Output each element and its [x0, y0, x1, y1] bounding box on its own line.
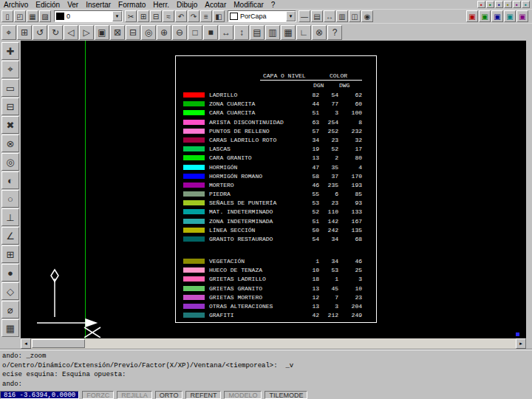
toolbar-button[interactable]: ■ — [203, 25, 218, 40]
menu-ver[interactable]: Ver — [64, 1, 82, 9]
blue-tool-icon: ▣ — [494, 13, 500, 21]
scroll-left-icon[interactable]: ◄ — [21, 338, 31, 349]
toolbar-button[interactable]: ▤ — [250, 25, 265, 40]
color-dropdown[interactable]: PorCapa ▼ — [228, 10, 296, 22]
menu-formato[interactable]: Formato — [115, 1, 149, 9]
coordinate-readout[interactable]: 816 -3.6394,0.0000 — [0, 391, 79, 399]
toolbar-button[interactable]: ◰ — [14, 10, 26, 22]
toolbar-button[interactable]: ≡ — [200, 10, 212, 22]
toolbar-button[interactable]: ◉ — [361, 10, 373, 22]
command-line-area[interactable]: ando: _zoom o/Centro/Dinámico/Extensión/… — [0, 349, 532, 390]
toolbar-button[interactable]: ▯ — [1, 10, 13, 22]
toolbar-button[interactable]: ○ — [1, 190, 19, 208]
toolbar-button[interactable]: ● — [1, 264, 19, 282]
toolbar-button[interactable]: ⊗ — [1, 134, 19, 152]
toolbar-button[interactable]: ⊗ — [312, 25, 327, 40]
toolbar-button[interactable]: ◫ — [349, 10, 361, 22]
legend-row: CARAS LADRILLO ROTO 34 23 32 — [176, 136, 376, 145]
toolbar-button[interactable]: ∠ — [1, 227, 19, 245]
toolbar-button[interactable]: ↷ — [188, 10, 200, 22]
menu-acotar[interactable]: Acotar — [201, 1, 230, 9]
toolbar-button[interactable]: ▦ — [1, 319, 19, 337]
zoom-all-icon: □ — [192, 27, 197, 38]
toolbar-button[interactable]: ◎ — [141, 25, 156, 40]
toolbar-button[interactable]: ◁ — [64, 25, 78, 40]
toolbar-button[interactable]: ▥ — [336, 10, 348, 22]
toolbar-button[interactable]: ✖ — [1, 116, 19, 134]
menu-ayuda[interactable]: ? — [267, 1, 279, 9]
toolbar-button[interactable]: ◎ — [1, 153, 19, 171]
toolbar-button[interactable]: ◧ — [213, 10, 225, 22]
toolbar-button[interactable]: ⊞ — [17, 25, 32, 40]
toolbar-button[interactable]: ⌖ — [1, 61, 19, 78]
toolbar-button[interactable]: ⊠ — [110, 25, 125, 40]
menu-herr[interactable]: Herr. — [149, 1, 173, 9]
toolbar-button[interactable]: ↻ — [48, 25, 63, 40]
color-swatch — [183, 92, 205, 98]
toolbar-button[interactable]: ▨ — [39, 10, 51, 22]
toolbar-button[interactable]: ✂ — [125, 10, 137, 22]
dwg-color-number: 100 — [343, 109, 362, 116]
toolbar-button[interactable]: ▦ — [281, 25, 296, 40]
toolbar-button[interactable]: ⊞ — [1, 245, 19, 263]
toolbar-button[interactable]: ⊟ — [1, 98, 19, 115]
legend-row: LÍNEA SECCIÓN 50 242 135 — [176, 226, 376, 235]
toolbar-button[interactable]: ✚ — [1, 42, 19, 60]
level-number: 63 — [300, 119, 319, 126]
toolbar-button[interactable]: ▣ — [479, 10, 491, 22]
toolbar-button[interactable]: ◐ — [1, 171, 19, 189]
toolbar-button[interactable]: ↔ — [324, 10, 335, 22]
toolbar-button[interactable]: ⊞ — [137, 10, 149, 22]
toolbar-button[interactable]: ⊥ — [1, 208, 19, 226]
menu-dibujo[interactable]: Dibujo — [173, 1, 201, 9]
snap-grid-icon: ▦ — [6, 323, 15, 334]
toolbar-button[interactable]: ⊟ — [150, 10, 162, 22]
menu-insertar[interactable]: Insertar — [82, 1, 115, 9]
toolbar-button[interactable]: ↺ — [33, 25, 47, 40]
toolbar-button[interactable]: ≈ — [163, 10, 174, 22]
dgn-color-number: 1 — [321, 276, 338, 282]
level-number: 13 — [300, 303, 319, 310]
scroll-right-icon[interactable]: ► — [516, 338, 526, 349]
toolbar-button[interactable]: ↶ — [175, 10, 187, 22]
toolbar-button[interactable]: ▷ — [79, 25, 94, 40]
horizontal-scrollbar[interactable]: ◄ ► — [21, 338, 526, 349]
toolbar-button[interactable]: ⊖ — [172, 25, 187, 40]
toolbar-button[interactable]: ▭ — [1, 79, 19, 97]
toolbar-button[interactable]: ↕ — [234, 25, 249, 40]
level-number: 13 — [300, 285, 319, 292]
toolbar-button[interactable]: ⊕ — [157, 25, 171, 40]
toolbar-button[interactable]: ⌖ — [1, 25, 16, 40]
toolbar-button[interactable]: ⊟ — [126, 25, 140, 40]
toolbar-button[interactable]: ∟ — [296, 25, 311, 40]
toolbar-button[interactable]: ↔ — [219, 25, 233, 40]
toolbar-button[interactable]: ▣ — [516, 10, 528, 22]
toolbar-button[interactable]: ◇ — [1, 282, 19, 300]
toolbar-button[interactable]: ▥ — [265, 25, 280, 40]
toolbar-button[interactable]: ▣ — [504, 10, 516, 22]
toolbar-button[interactable]: ▣ — [95, 25, 109, 40]
toolbar-button[interactable]: ? — [327, 25, 342, 40]
menu-edicion[interactable]: Edición — [32, 1, 64, 9]
dwg-color-number: 4 — [343, 164, 362, 171]
menu-modificar[interactable]: Modificar — [230, 1, 267, 9]
layer-name: HORMIGÓN — [209, 164, 237, 171]
drawing-canvas[interactable]: CAPA O NIVEL COLOR DGN DWG LADRILLO 82 5… — [21, 41, 526, 338]
level-number: 13 — [300, 154, 319, 161]
snap-perpendicular-icon: ⊥ — [6, 212, 14, 223]
level-number: 51 — [300, 218, 319, 225]
toolbar-button[interactable]: — — [299, 10, 310, 22]
layer-dropdown[interactable]: 0 ▼ — [54, 10, 123, 22]
menu-bar: Archivo Edición Ver Insertar Formato Her… — [0, 0, 532, 10]
toolbar-button[interactable]: ▦ — [27, 10, 38, 22]
toolbar-button[interactable]: ▣ — [491, 10, 503, 22]
legend-row: GRIETAS MORTERO 12 7 23 — [176, 293, 376, 302]
toolbar-button[interactable]: ⌀ — [1, 301, 19, 318]
chevron-down-icon[interactable]: ▼ — [112, 11, 122, 21]
menu-archivo[interactable]: Archivo — [0, 1, 32, 9]
toolbar-button[interactable]: □ — [188, 25, 202, 40]
chevron-down-icon[interactable]: ▼ — [286, 11, 296, 21]
toolbar-button[interactable]: ▣ — [466, 10, 478, 22]
scrollbar-thumb[interactable] — [32, 339, 85, 348]
toolbar-button[interactable]: ▤ — [311, 10, 323, 22]
